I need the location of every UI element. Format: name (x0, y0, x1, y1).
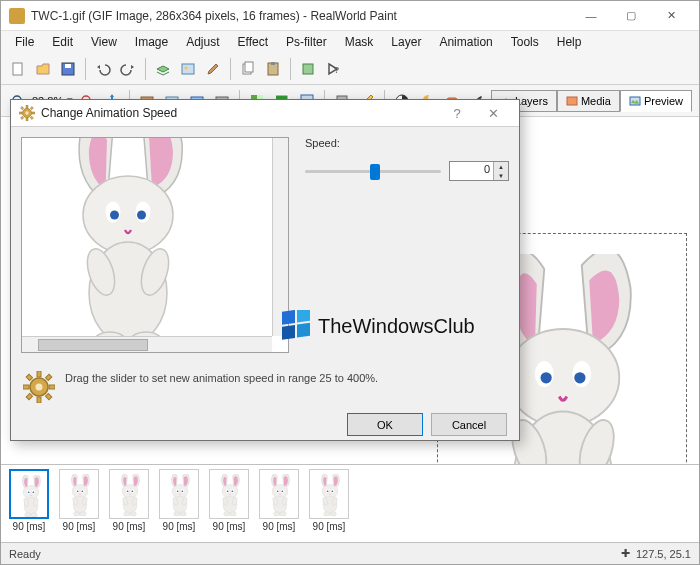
tab-media[interactable]: Media (557, 90, 620, 112)
speed-input[interactable]: 0 ▲▼ (449, 161, 509, 181)
tab-preview[interactable]: Preview (620, 90, 692, 112)
ok-button[interactable]: OK (347, 413, 423, 436)
frame-label: 90 [ms] (163, 521, 196, 532)
cancel-button[interactable]: Cancel (431, 413, 507, 436)
frame-label: 90 [ms] (313, 521, 346, 532)
redo-icon[interactable] (117, 58, 139, 80)
menu-image[interactable]: Image (127, 33, 176, 51)
dialog-preview (21, 137, 289, 353)
plugin-icon[interactable] (297, 58, 319, 80)
menu-edit[interactable]: Edit (44, 33, 81, 51)
status-coords: 127.5, 25.1 (636, 548, 691, 560)
menu-animation[interactable]: Animation (431, 33, 500, 51)
windows-logo-icon (280, 310, 312, 342)
svg-rect-30 (245, 62, 253, 72)
menu-view[interactable]: View (83, 33, 125, 51)
frame-item[interactable]: 90 [ms] (59, 469, 99, 532)
dialog-help-button[interactable]: ? (439, 100, 475, 126)
titlebar: TWC-1.gif (GIF Image, 286x364 pixels, 16… (1, 1, 699, 31)
brush-icon[interactable] (202, 58, 224, 80)
speed-slider[interactable] (305, 170, 441, 173)
help-icon[interactable]: ? (322, 58, 344, 80)
frame-label: 90 [ms] (113, 521, 146, 532)
svg-rect-27 (182, 64, 194, 74)
frame-label: 90 [ms] (13, 521, 46, 532)
new-icon[interactable] (7, 58, 29, 80)
gear-icon (23, 371, 55, 403)
frame-thumb[interactable] (59, 469, 99, 519)
svg-text:?: ? (334, 65, 339, 75)
speed-label: Speed: (305, 137, 509, 149)
frame-thumb[interactable] (159, 469, 199, 519)
frame-item[interactable]: 90 [ms] (9, 469, 49, 532)
image-icon[interactable] (177, 58, 199, 80)
frame-label: 90 [ms] (63, 521, 96, 532)
copy-icon[interactable] (237, 58, 259, 80)
svg-rect-24 (13, 63, 22, 75)
undo-icon[interactable] (92, 58, 114, 80)
frame-item[interactable]: 90 [ms] (109, 469, 149, 532)
dialog-title: Change Animation Speed (41, 106, 439, 120)
layers-icon[interactable] (152, 58, 174, 80)
open-icon[interactable] (32, 58, 54, 80)
menu-help[interactable]: Help (549, 33, 590, 51)
menu-adjust[interactable]: Adjust (178, 33, 227, 51)
minimize-button[interactable]: — (571, 2, 611, 30)
frame-thumb[interactable] (209, 469, 249, 519)
frame-item[interactable]: 90 [ms] (209, 469, 249, 532)
watermark-text: TheWindowsClub (318, 315, 475, 338)
gear-icon (19, 105, 35, 121)
toolbar-1: ? (1, 53, 699, 85)
crosshair-icon: ✚ (621, 547, 630, 560)
statusbar: Ready ✚ 127.5, 25.1 (1, 542, 699, 564)
frame-thumb[interactable] (259, 469, 299, 519)
spin-up-icon[interactable]: ▲ (493, 162, 508, 171)
side-tabs: Layers Media Preview (491, 90, 692, 112)
menu-effect[interactable]: Effect (230, 33, 276, 51)
menu-ps-filter[interactable]: Ps-filter (278, 33, 335, 51)
frame-thumb[interactable] (309, 469, 349, 519)
scrollbar-horizontal[interactable] (22, 336, 272, 352)
svg-rect-32 (271, 62, 275, 65)
save-icon[interactable] (57, 58, 79, 80)
frame-label: 90 [ms] (213, 521, 246, 532)
paste-icon[interactable] (262, 58, 284, 80)
maximize-button[interactable]: ▢ (611, 2, 651, 30)
dialog-titlebar: Change Animation Speed ? ✕ (11, 100, 519, 127)
frame-item[interactable]: 90 [ms] (259, 469, 299, 532)
scrollbar-vertical[interactable] (272, 138, 288, 336)
svg-rect-33 (303, 64, 313, 74)
frame-thumb[interactable] (109, 469, 149, 519)
svg-point-28 (185, 66, 188, 69)
window-title: TWC-1.gif (GIF Image, 286x364 pixels, 16… (31, 9, 571, 23)
frame-item[interactable]: 90 [ms] (159, 469, 199, 532)
watermark: TheWindowsClub (280, 310, 475, 342)
frame-label: 90 [ms] (263, 521, 296, 532)
change-animation-speed-dialog: Change Animation Speed ? ✕ Speed: 0 ▲▼ (10, 99, 520, 441)
frame-thumb[interactable] (9, 469, 49, 519)
app-icon (9, 8, 25, 24)
menu-mask[interactable]: Mask (337, 33, 382, 51)
dialog-bunny-image (28, 137, 228, 353)
menu-layer[interactable]: Layer (383, 33, 429, 51)
frames-strip: 90 [ms]90 [ms]90 [ms]90 [ms]90 [ms]90 [m… (1, 464, 699, 542)
menu-tools[interactable]: Tools (503, 33, 547, 51)
svg-rect-26 (65, 64, 71, 68)
dialog-hint: Drag the slider to set new animation spe… (65, 371, 378, 385)
status-text: Ready (9, 548, 621, 560)
frame-item[interactable]: 90 [ms] (309, 469, 349, 532)
spin-down-icon[interactable]: ▼ (493, 171, 508, 180)
svg-rect-53 (567, 97, 577, 105)
menubar: FileEditViewImageAdjustEffectPs-filterMa… (1, 31, 699, 53)
menu-file[interactable]: File (7, 33, 42, 51)
dialog-close-button[interactable]: ✕ (475, 100, 511, 126)
close-button[interactable]: ✕ (651, 2, 691, 30)
slider-thumb[interactable] (370, 164, 380, 180)
